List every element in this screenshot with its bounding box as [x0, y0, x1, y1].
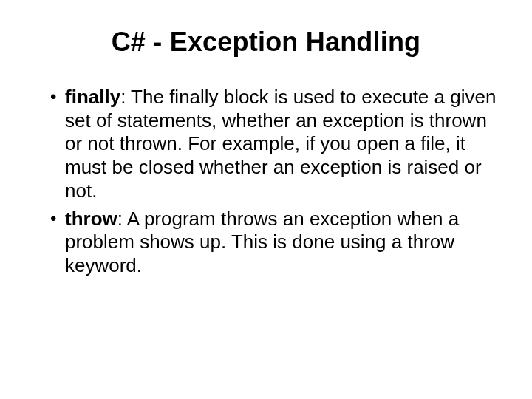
keyword: finally	[65, 86, 120, 108]
keyword: throw	[65, 208, 117, 230]
slide: C# - Exception Handling finally: The fin…	[0, 0, 532, 399]
bullet-text: : The finally block is used to execute a…	[65, 86, 496, 202]
list-item: throw: A program throws an exception whe…	[50, 208, 497, 278]
list-item: finally: The finally block is used to ex…	[50, 86, 497, 203]
slide-title: C# - Exception Handling	[30, 27, 502, 58]
bullet-text: : A program throws an exception when a p…	[65, 208, 459, 276]
bullet-list: finally: The finally block is used to ex…	[30, 86, 502, 278]
